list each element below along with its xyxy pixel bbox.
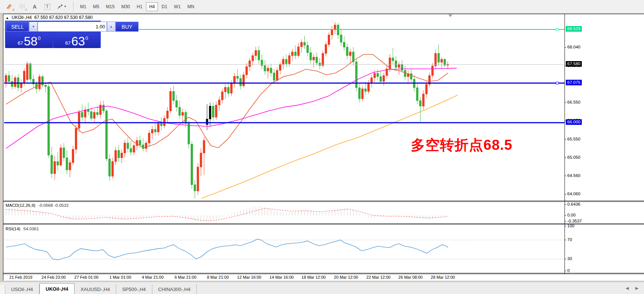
sell-price-box[interactable]: 67 58 0 <box>6 32 53 48</box>
timeframe-button-W1[interactable]: W1 <box>171 2 184 11</box>
chart-symbol: UKOil-,H4 <box>12 15 32 20</box>
date-label-13: 28 Mar 12:00 <box>431 275 455 279</box>
rsi-label: RSI(14) <box>6 227 20 231</box>
rsi-pane <box>4 239 565 260</box>
timeframe-button-D1[interactable]: D1 <box>159 2 170 11</box>
date-label-9: 18 Mar 12:00 <box>302 275 326 279</box>
price-tick-65.050: 65.050 <box>567 155 580 159</box>
date-label-3: 1 Mar 01:00 <box>110 275 131 279</box>
date-label-1: 24 Feb 23:00 <box>42 275 66 279</box>
date-label-8: 14 Mar 16:00 <box>270 275 294 279</box>
toolbar-divider <box>73 2 73 11</box>
hline-marker[interactable] <box>556 28 558 31</box>
date-label-2: 27 Feb 01:00 <box>74 275 99 279</box>
rsi-tick-70: 70 <box>567 237 572 242</box>
macd-label: MACD(12,26,9) <box>6 203 35 208</box>
buy-price-sup: 0 <box>85 35 88 41</box>
textbox-tool-glyph: T <box>44 4 50 10</box>
panel-borders <box>3 14 644 274</box>
timeframe-button-MN[interactable]: MN <box>184 2 197 11</box>
timeframe-button-M1[interactable]: M1 <box>77 2 89 11</box>
cursor-tool-caret-icon: ▼ <box>64 5 67 8</box>
ma-fast <box>6 54 448 148</box>
buy-button[interactable]: BUY <box>115 22 139 32</box>
volume-input[interactable] <box>38 22 107 32</box>
collapse-triangle-icon[interactable]: ▲ <box>6 16 9 20</box>
chart-tab-xauusdh4[interactable]: XAUUSD-,H4 <box>74 284 116 294</box>
volume-up-button[interactable]: ▲ <box>107 22 115 32</box>
sell-price-prefix: 67 <box>18 40 23 46</box>
hline-marker[interactable] <box>556 82 558 84</box>
date-label-4: 4 Mar 21:00 <box>142 275 164 279</box>
macd-values: -0.0568 -0.0532 <box>38 203 69 208</box>
rsi-tick-100: 100 <box>567 224 574 228</box>
ma-medium <box>6 68 457 149</box>
textbox-tool-icon[interactable]: T <box>42 2 53 12</box>
sell-price-big: 58 <box>24 36 38 47</box>
timeframe-button-M5[interactable]: M5 <box>90 2 102 11</box>
price-tick-64.060: 64.060 <box>567 192 580 196</box>
price-tick-64.560: 64.560 <box>567 173 580 178</box>
crayon-tool-label: E <box>13 8 15 12</box>
price-tick-66.550: 66.550 <box>567 100 580 104</box>
sell-price-sup: 0 <box>38 35 41 41</box>
macd-tick-0.00: 0.00 <box>567 213 575 217</box>
chart-tab-usoilh4[interactable]: USOil-,H4 <box>5 284 39 294</box>
rsi-value: 54.0361 <box>23 227 39 231</box>
date-label-5: 6 Mar 21:00 <box>175 275 197 279</box>
grid-tool-label: F <box>25 8 27 12</box>
date-label-6: 8 Mar 21:00 <box>207 275 229 279</box>
date-label-10: 20 Mar 12:00 <box>334 275 358 279</box>
price-line-label-67.075: 67.075 <box>566 80 582 85</box>
grid-tool-icon[interactable]: F <box>16 2 28 12</box>
rsi-label-row: RSI(14) 54.0361 <box>6 227 39 231</box>
buy-price-prefix: 67 <box>65 40 70 46</box>
price-line-label-67.580: 67.580 <box>566 61 582 67</box>
timeframe-button-M15[interactable]: M15 <box>103 2 117 11</box>
timeframe-group: M1M5M15M30H1H4D1W1MN <box>77 2 198 11</box>
cursor-tool-icon[interactable]: ▼ <box>54 2 69 12</box>
text-tool-icon[interactable]: A <box>29 2 40 12</box>
macd-tick-0.6436: 0.6436 <box>567 202 580 206</box>
tab-group: USOil-,H4UKOil-,H4XAUUSD-,H4SP500-,H4CHI… <box>5 283 197 294</box>
chart-canvas[interactable] <box>3 14 644 281</box>
price-tick-68.040: 68.040 <box>567 45 580 49</box>
price-line-label-68.529: 68.529 <box>566 26 582 32</box>
tab-scrollers: ◀ ▶ <box>622 282 644 294</box>
candles <box>5 22 449 198</box>
chart-shift-marker[interactable] <box>448 15 452 17</box>
volume-down-button[interactable]: ▼ <box>29 22 38 32</box>
rsi-tick-0: 0 <box>567 268 570 273</box>
macd-tick--0.3537: -0.3537 <box>567 219 582 223</box>
crayon-tool-icon[interactable]: E <box>4 2 15 12</box>
chart-tab-china300h4[interactable]: CHINA300-,H4 <box>152 284 197 294</box>
buy-price-box[interactable]: 67 63 0 <box>54 32 100 48</box>
date-label-11: 22 Mar 12:00 <box>367 275 391 279</box>
chart-tab-bar: USOil-,H4UKOil-,H4XAUUSD-,H4SP500-,H4CHI… <box>0 282 644 294</box>
date-label-12: 26 Mar 08:00 <box>399 275 423 279</box>
sell-button[interactable]: SELL <box>6 22 29 32</box>
tab-scroll-left-icon[interactable]: ◀ <box>622 284 632 292</box>
date-label-0: 21 Feb 2019 <box>9 275 32 279</box>
timeframe-button-M30[interactable]: M30 <box>118 2 133 11</box>
tab-bar-stub <box>0 285 5 294</box>
buy-price-big: 63 <box>72 36 85 47</box>
rsi-tick-30: 30 <box>567 256 572 261</box>
date-label-7: 12 Mar 16:00 <box>237 275 261 279</box>
macd-pane <box>6 206 448 222</box>
one-click-trade-panel: SELL ▼ ▲ BUY 67 58 0 67 63 0 <box>5 20 101 48</box>
macd-label-row: MACD(12,26,9) -0.0568 -0.0532 <box>6 203 69 208</box>
tab-scroll-right-icon[interactable]: ▶ <box>632 284 642 292</box>
chart-tab-ukoilh4[interactable]: UKOil-,H4 <box>39 283 75 294</box>
chart-title: ▲ UKOil-,H4 67.550 67.620 67.530 67.580 <box>6 15 93 20</box>
top-toolbar: E F A T ▼ M1M5M15M30H1H4D1W1MN <box>0 0 644 13</box>
timeframe-button-H1[interactable]: H1 <box>134 2 145 11</box>
timeframe-button-H4[interactable]: H4 <box>146 2 158 11</box>
chart-tab-sp500h4[interactable]: SP500-,H4 <box>116 284 152 294</box>
price-tick-65.550: 65.550 <box>567 137 580 141</box>
price-line-label-66.000: 66.000 <box>566 119 582 125</box>
chart-ohlc-quote: 67.550 67.620 67.530 67.580 <box>34 15 93 20</box>
chart-window: ▲ UKOil-,H4 67.550 67.620 67.530 67.580 … <box>3 14 644 281</box>
annotation-text: 多空转折点68.5 <box>411 136 513 155</box>
